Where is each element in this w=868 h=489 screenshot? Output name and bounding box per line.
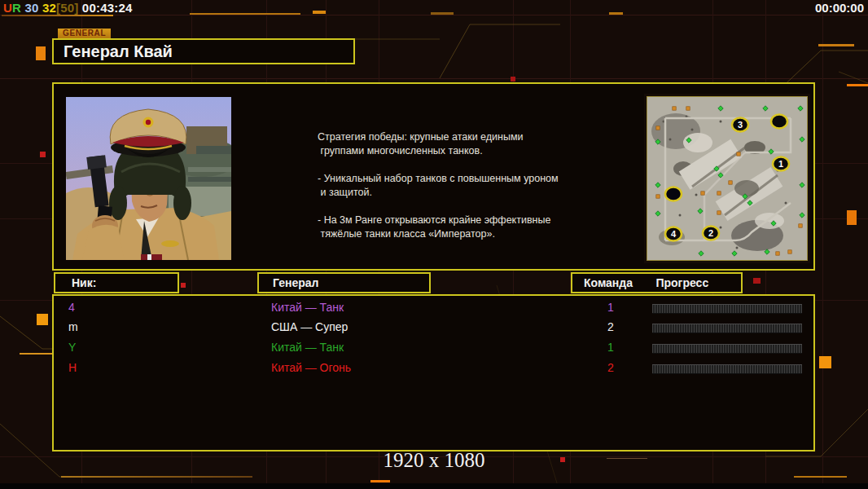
- status-seg: 30: [21, 1, 38, 15]
- player-row: 4 Китай — Танк 1: [54, 298, 813, 318]
- general-portrait: [66, 97, 231, 260]
- player-nick: Y: [68, 341, 76, 354]
- decor-dash: [313, 11, 326, 14]
- general-description: Стратегия победы: крупные атаки едиными …: [318, 130, 586, 241]
- player-progress-bar: [652, 324, 802, 333]
- decor-line: [818, 44, 854, 46]
- decor-square: [36, 46, 46, 60]
- team-header-label: Команда: [584, 276, 633, 289]
- player-team: 1: [594, 301, 627, 314]
- tab-general[interactable]: GENERAL: [58, 29, 111, 38]
- decor-dash: [609, 12, 623, 15]
- progress-header-label: Прогресс: [655, 276, 708, 289]
- player-nick: m: [68, 320, 78, 333]
- player-team: 2: [594, 361, 627, 374]
- decor-square: [819, 356, 831, 368]
- svg-text:2: 2: [708, 228, 713, 238]
- player-progress-bar: [652, 344, 802, 354]
- resolution-label: 1920 x 1080: [0, 449, 868, 472]
- player-row: m США — Супер 2: [54, 318, 813, 337]
- map-preview: 3 1 4 2: [647, 96, 808, 261]
- player-row: Y Китай — Танк 1: [54, 338, 813, 358]
- svg-text:4: 4: [671, 229, 677, 239]
- player-progress-bar: [652, 364, 802, 374]
- decor-square: [511, 77, 515, 82]
- decor-square: [40, 152, 46, 157]
- decor-dash: [431, 12, 454, 15]
- page-title: Генерал Квай: [64, 42, 353, 61]
- player-progress-bar: [652, 304, 802, 314]
- general-title-box: Генерал Квай: [52, 38, 355, 64]
- decor-square: [181, 283, 186, 288]
- column-header-team-progress: Команда Прогресс: [571, 272, 743, 293]
- column-header-general: Генерал: [257, 272, 431, 293]
- svg-text:3: 3: [738, 120, 743, 130]
- status-seg: 00:43:24: [78, 1, 132, 15]
- decor-dash: [370, 480, 390, 482]
- player-nick: Н: [68, 361, 77, 374]
- players-panel: 4 Китай — Танк 1 m США — Супер 2 Y Китай…: [52, 294, 815, 452]
- decor-square: [37, 314, 48, 325]
- decor-line: [847, 84, 868, 86]
- player-row: Н Китай — Огонь 2: [54, 359, 813, 378]
- column-header-nick: Ник:: [54, 272, 179, 293]
- svg-text:1: 1: [778, 159, 783, 169]
- player-nick: 4: [68, 301, 75, 314]
- player-general: США — Супер: [271, 320, 348, 333]
- status-seg: 32: [39, 1, 56, 15]
- decor-line: [2, 15, 113, 16]
- general-header-label: Генерал: [273, 274, 429, 292]
- nick-header-label: Ник:: [72, 274, 178, 292]
- decor-line: [61, 476, 252, 478]
- player-general: Китай — Танк: [271, 301, 344, 314]
- decor-line: [190, 13, 300, 15]
- status-seg: R: [12, 1, 21, 15]
- player-team: 2: [594, 320, 627, 333]
- player-general: Китай — Огонь: [271, 361, 351, 374]
- status-seg: U: [3, 1, 12, 15]
- decor-line: [20, 353, 54, 355]
- player-general: Китай — Танк: [271, 341, 344, 354]
- status-seg: [50]: [56, 1, 78, 15]
- match-status-timer: UR 30 32[50] 00:43:24: [3, 1, 133, 15]
- decor-square: [753, 278, 761, 284]
- game-clock: 00:00:00: [815, 1, 864, 15]
- decor-line: [794, 476, 847, 478]
- player-team: 1: [594, 341, 627, 354]
- decor-square: [847, 210, 857, 225]
- bottom-strip: [0, 483, 868, 489]
